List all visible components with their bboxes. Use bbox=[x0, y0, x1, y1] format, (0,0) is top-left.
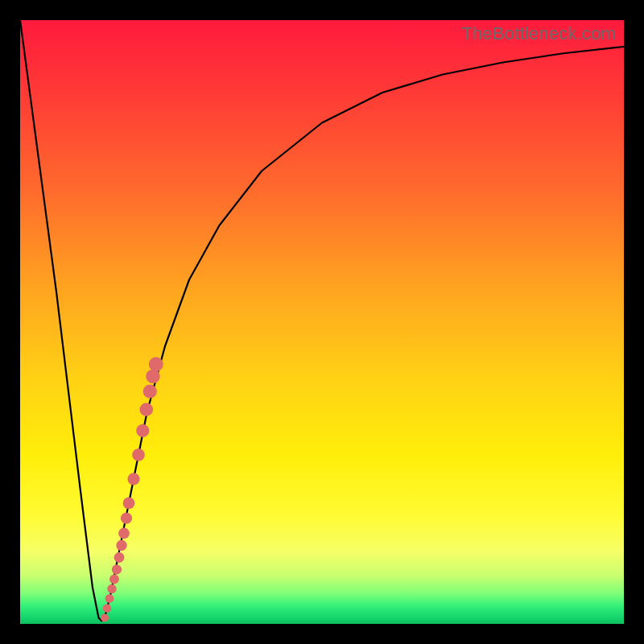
highlight-dot bbox=[149, 357, 163, 372]
highlight-dot bbox=[101, 614, 109, 622]
highlight-dot bbox=[114, 552, 125, 563]
chart-svg bbox=[20, 20, 624, 624]
highlight-dot bbox=[116, 540, 126, 551]
chart-frame: TheBottleneck.com bbox=[0, 0, 644, 644]
highlight-dot bbox=[121, 513, 132, 524]
highlight-dot bbox=[109, 575, 119, 584]
highlight-dot bbox=[146, 369, 160, 384]
highlight-dot bbox=[123, 497, 135, 510]
bottleneck-curve-line bbox=[20, 20, 624, 621]
highlight-dot bbox=[118, 528, 130, 539]
highlight-dot bbox=[103, 604, 111, 612]
highlight-dot bbox=[107, 584, 116, 593]
plot-area: TheBottleneck.com bbox=[20, 20, 624, 624]
highlight-dot bbox=[143, 385, 157, 398]
highlight-dot bbox=[139, 402, 153, 416]
highlight-dot bbox=[136, 424, 149, 437]
highlight-dot bbox=[127, 473, 139, 485]
highlight-dot bbox=[132, 448, 145, 461]
highlight-dot bbox=[105, 594, 114, 603]
highlight-dot bbox=[112, 564, 122, 574]
